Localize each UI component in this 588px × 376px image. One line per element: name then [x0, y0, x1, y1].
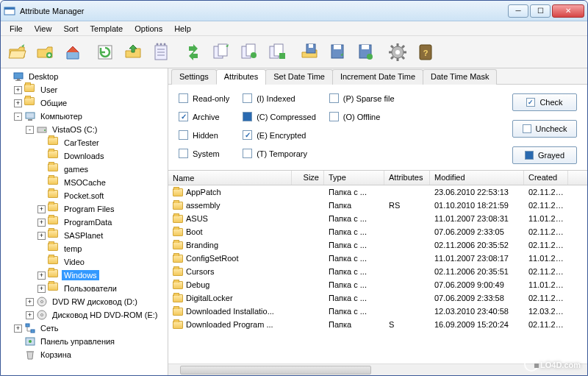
tab-incrementdatetime[interactable]: Increment Date Time [332, 69, 423, 85]
expand-toggle[interactable]: + [14, 86, 22, 94]
expand-toggle[interactable]: + [37, 232, 46, 240]
attr-checkbox[interactable]: Read-only [179, 93, 229, 103]
tab-datetimemask[interactable]: Date Time Mask [423, 69, 497, 85]
tree-view[interactable]: Desktop+User+Общие-Компьютер-VistaOS (C:… [1, 68, 168, 375]
tab-attributes[interactable]: Attributes [216, 69, 266, 85]
close-button[interactable]: ✕ [552, 4, 584, 18]
tree-node[interactable]: +User [2, 83, 166, 96]
expand-toggle[interactable]: + [37, 219, 46, 227]
menu-file[interactable]: File [4, 23, 29, 35]
tool-save1-icon[interactable] [296, 39, 323, 65]
tab-setdatetime[interactable]: Set Date Time [265, 69, 333, 85]
attr-checkbox[interactable]: (E) Encrypted [243, 130, 316, 140]
tree-node[interactable]: temp [2, 242, 166, 255]
menu-view[interactable]: View [29, 23, 58, 35]
table-row[interactable]: DebugПапка с ...07.06.2009 9:00:4911.01.… [168, 278, 587, 291]
table-row[interactable]: BootПапка с ...07.06.2009 2:33:0502.11.2… [168, 225, 587, 238]
tree-node[interactable]: MSOCache [2, 176, 166, 189]
attr-checkbox[interactable]: (O) Offline [329, 112, 395, 121]
table-row[interactable]: Downloaded Installatio...Папка с ...12.0… [168, 305, 587, 318]
col-name[interactable]: Name [168, 171, 292, 185]
tool-copy2-icon[interactable] [236, 39, 262, 65]
maximize-button[interactable]: ☐ [530, 4, 551, 18]
uncheck-button[interactable]: Uncheck [512, 120, 577, 138]
tree-node[interactable]: +SASPlanet [2, 229, 166, 242]
table-row[interactable]: assemblyПапкаRS01.10.2010 18:21:5902.11.… [168, 199, 587, 212]
tool-help-icon[interactable]: ? [412, 39, 439, 65]
menu-sort[interactable]: Sort [57, 23, 84, 35]
expand-toggle[interactable]: - [26, 126, 34, 134]
expand-toggle[interactable]: + [37, 205, 46, 213]
tree-node[interactable]: Панель управления [2, 335, 166, 348]
bin-icon [24, 349, 36, 361]
grayed-button[interactable]: Grayed [512, 146, 577, 164]
col-size[interactable]: Size [292, 171, 324, 185]
menu-help[interactable]: Help [168, 23, 197, 35]
table-row[interactable]: AppPatchПапка с ...23.06.2010 22:53:1302… [168, 185, 587, 199]
attr-checkbox[interactable]: (I) Indexed [243, 93, 316, 103]
tree-node[interactable]: +Сеть [2, 322, 166, 335]
attr-checkbox[interactable]: Archive [179, 112, 229, 121]
tool-notes-icon[interactable] [148, 39, 174, 65]
tree-node[interactable]: Downloads [2, 149, 166, 163]
tree-node[interactable]: -VistaOS (C:) [2, 123, 166, 136]
tree-node[interactable]: +ProgramData [2, 216, 166, 229]
tree-node[interactable]: Desktop [2, 70, 166, 83]
tree-node[interactable]: +Общие [2, 96, 166, 110]
menu-template[interactable]: Template [85, 23, 129, 35]
expand-toggle[interactable]: + [26, 298, 34, 306]
tree-node[interactable]: Pocket.soft [2, 189, 166, 202]
menu-options[interactable]: Options [129, 23, 168, 35]
tree-node[interactable]: -Компьютер [2, 110, 166, 123]
col-attr[interactable]: Attributes [384, 171, 430, 185]
tree-node[interactable]: +Windows [2, 269, 166, 282]
expand-toggle[interactable]: + [26, 311, 34, 319]
attr-checkbox[interactable]: (C) Compressed [243, 112, 316, 121]
tool-folder-icon[interactable] [32, 39, 58, 65]
minimize-button[interactable]: ─ [508, 4, 528, 18]
tool-home-icon[interactable] [60, 39, 86, 65]
tool-save3-icon[interactable] [352, 39, 379, 65]
tree-node[interactable]: Корзина [2, 348, 166, 361]
tool-open-icon[interactable] [4, 39, 30, 65]
table-row[interactable]: BrandingПапка с ...02.11.2006 20:35:5202… [168, 238, 587, 252]
col-mod[interactable]: Modified [430, 171, 524, 185]
table-row[interactable]: DigitalLockerПапка с ...07.06.2009 2:33:… [168, 291, 587, 305]
expand-toggle[interactable]: + [14, 324, 22, 333]
attr-checkbox[interactable]: System [179, 149, 229, 158]
tool-save2-icon[interactable] [324, 39, 351, 65]
tree-node[interactable]: +Пользователи [2, 282, 166, 295]
expand-toggle[interactable]: - [14, 113, 22, 121]
tool-copy3-icon[interactable] [264, 39, 290, 65]
table-row[interactable]: CursorsПапка с ...02.11.2006 20:35:5102.… [168, 265, 587, 278]
tree-node[interactable]: +Дисковод HD DVD-ROM (E:) [2, 308, 166, 322]
folder-icon [24, 84, 36, 96]
tool-up-icon[interactable] [120, 39, 146, 65]
tree-node-label: Downloads [62, 151, 106, 161]
tool-refresh-icon[interactable] [92, 39, 118, 65]
tree-node[interactable]: CarTester [2, 136, 166, 149]
tree-node[interactable]: games [2, 163, 166, 176]
file-list-header[interactable]: Name Size Type Attributes Modified Creat… [168, 171, 587, 185]
tool-gear-icon[interactable] [384, 39, 411, 65]
table-row[interactable]: ASUSПапка с ...11.01.2007 23:08:3111.01.… [168, 212, 587, 225]
expand-toggle[interactable]: + [37, 272, 46, 280]
attr-checkbox[interactable]: (P) Sparse file [329, 93, 395, 103]
folder-icon [24, 97, 36, 109]
col-type[interactable]: Type [324, 171, 384, 185]
attr-checkbox[interactable]: Hidden [179, 130, 229, 140]
tree-node[interactable]: +DVD RW дисковод (D:) [2, 295, 166, 308]
table-row[interactable]: ConfigSetRootПапка с ...11.01.2007 23:08… [168, 252, 587, 265]
tree-node[interactable]: Video [2, 255, 166, 269]
expand-toggle[interactable]: + [14, 99, 22, 107]
table-row[interactable]: Downloaded Program ...ПапкаS16.09.2009 1… [168, 318, 587, 331]
attr-checkbox[interactable]: (T) Temporary [243, 149, 316, 158]
expand-toggle[interactable]: + [37, 285, 46, 293]
tab-settings[interactable]: Settings [171, 69, 217, 85]
tool-copy1-icon[interactable] [208, 39, 234, 65]
tree-node[interactable]: +Program Files [2, 202, 166, 216]
col-crt[interactable]: Created [524, 171, 568, 185]
file-list[interactable]: Name Size Type Attributes Modified Creat… [168, 170, 587, 375]
check-button[interactable]: Check [512, 93, 577, 111]
tool-apply-icon[interactable] [180, 39, 207, 65]
